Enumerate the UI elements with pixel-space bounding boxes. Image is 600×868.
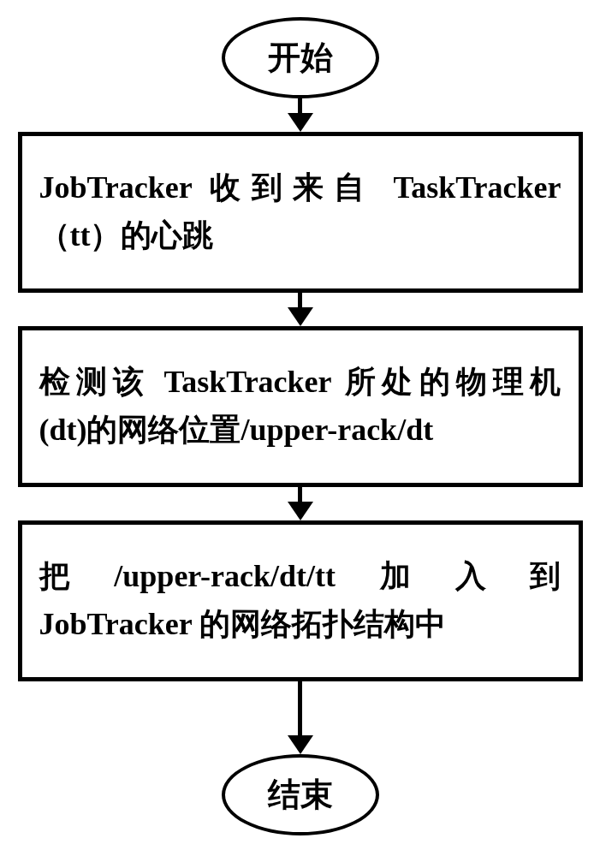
step1-line1: JobTracker 收到来自 TaskTracker <box>39 164 561 212</box>
arrow-2 <box>288 293 313 326</box>
step1-line2: （tt）的心跳 <box>39 212 561 260</box>
flowchart-container: 开始 JobTracker 收到来自 TaskTracker （tt）的心跳 检… <box>18 17 583 835</box>
step2-line2: (dt)的网络位置/upper-rack/dt <box>39 407 561 455</box>
process-step-2: 检测该 TaskTracker 所处的物理机 (dt)的网络位置/upper-r… <box>18 326 583 487</box>
step2-line1: 检测该 TaskTracker 所处的物理机 <box>39 359 561 407</box>
arrow-4 <box>288 681 313 754</box>
start-label: 开始 <box>268 39 333 75</box>
end-label: 结束 <box>268 776 333 812</box>
process-step-3: 把 /upper-rack/dt/tt 加 入 到 JobTracker 的网络… <box>18 520 583 681</box>
start-terminator: 开始 <box>222 17 379 98</box>
process-step-1: JobTracker 收到来自 TaskTracker （tt）的心跳 <box>18 132 583 293</box>
arrow-1 <box>288 98 313 132</box>
end-terminator: 结束 <box>222 754 379 835</box>
step3-line1: 把 /upper-rack/dt/tt 加 入 到 <box>39 553 561 601</box>
arrow-3 <box>288 487 313 520</box>
step3-line2: JobTracker 的网络拓扑结构中 <box>39 601 561 649</box>
